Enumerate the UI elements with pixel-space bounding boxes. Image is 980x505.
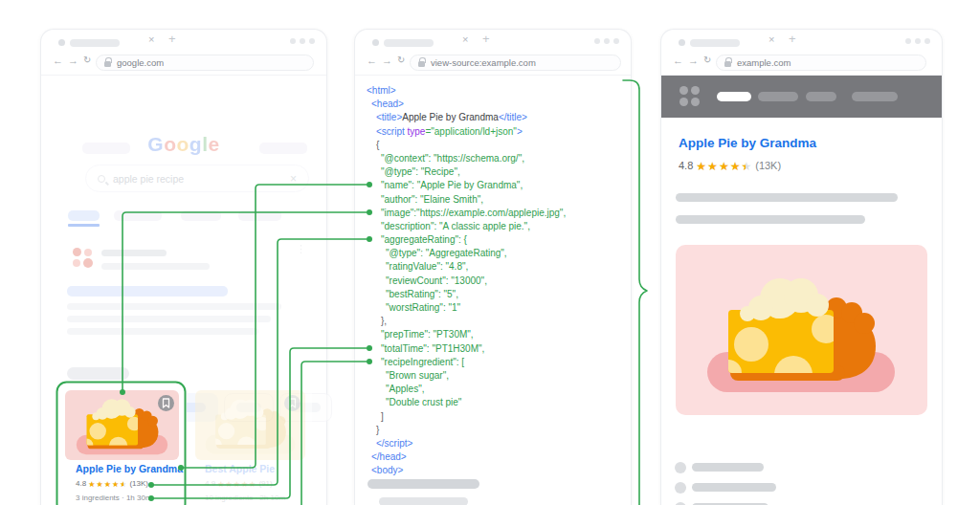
list-item-skeleton xyxy=(692,483,776,492)
section-label-skeleton xyxy=(67,367,129,380)
tab-favicon-dot xyxy=(372,39,379,46)
list-bullet xyxy=(675,462,686,473)
forward-icon[interactable]: → xyxy=(382,55,392,66)
url-text: google.com xyxy=(117,57,164,68)
google-browser-window: × + ← → ↻ google.com Google apple pie re… xyxy=(40,29,327,505)
tab-close-icon[interactable]: × xyxy=(148,33,154,46)
browser-menu-icon[interactable] xyxy=(905,38,930,44)
recipe-card-image xyxy=(65,390,179,460)
reload-icon[interactable]: ↻ xyxy=(397,55,405,65)
recipe-card-title[interactable]: Apple Pie by Grandma xyxy=(76,463,183,474)
new-tab-icon[interactable]: + xyxy=(168,32,176,46)
result-url-skeleton xyxy=(101,263,210,270)
lock-icon xyxy=(418,61,425,67)
result-title-skeleton[interactable] xyxy=(67,286,228,296)
tab-close-icon[interactable]: × xyxy=(462,33,468,46)
forward-icon[interactable]: → xyxy=(68,55,78,66)
result-more-icon[interactable]: ⋮ xyxy=(296,246,306,252)
site-browser-window: × + ← → ↻ example.com Apple Pie by Grand… xyxy=(660,29,943,505)
body-skeleton-bar xyxy=(379,497,468,505)
site-navbar xyxy=(661,76,942,118)
lock-icon xyxy=(104,61,111,67)
browser-toolbar: ← → ↻ example.com xyxy=(661,51,942,76)
reload-icon[interactable]: ↻ xyxy=(703,55,711,65)
tab-favicon-dot xyxy=(58,39,65,46)
apple-pie-illustration xyxy=(686,260,916,404)
page-rating: 4.8 ★★★★★★★★★★ (13K) xyxy=(679,160,781,173)
back-icon[interactable]: ← xyxy=(53,55,63,66)
site-nav-item[interactable] xyxy=(806,92,836,101)
tab-title-skeleton xyxy=(690,39,740,47)
clear-search-icon[interactable]: × xyxy=(290,172,297,186)
address-bar[interactable]: example.com xyxy=(716,55,926,71)
address-bar[interactable]: view-source:example.com xyxy=(410,55,621,71)
result-snippet-skeleton xyxy=(67,328,258,335)
result-favicon-dot xyxy=(73,248,81,256)
tab-favicon-dot xyxy=(679,39,685,46)
site-nav-item[interactable] xyxy=(852,92,898,101)
back-icon[interactable]: ← xyxy=(673,55,683,66)
tab-close-icon[interactable]: × xyxy=(768,33,774,46)
recipe-card-rating: 4.9 ★★★★★★★★★★ (91) xyxy=(205,479,273,489)
header-skeleton-right xyxy=(259,143,307,154)
list-item-skeleton xyxy=(692,463,764,472)
tab-title-skeleton xyxy=(70,39,120,47)
browser-toolbar: ← → ↻ view-source:example.com xyxy=(355,51,631,76)
site-nav-item[interactable] xyxy=(758,92,798,101)
source-code: <html><head><title>Apple Pie by Grandma<… xyxy=(367,84,627,477)
url-text: example.com xyxy=(737,57,791,68)
body-skeleton-bar xyxy=(368,479,479,489)
search-icon xyxy=(98,175,105,183)
address-bar[interactable]: google.com xyxy=(96,55,314,71)
result-favicon-dot xyxy=(83,258,93,268)
new-tab-icon[interactable]: + xyxy=(482,32,490,46)
illustration-canvas: × + ← → ↻ google.com Google apple pie re… xyxy=(0,0,980,505)
bookmark-icon[interactable] xyxy=(284,395,301,411)
result-favicon-dot xyxy=(73,259,80,267)
lock-icon xyxy=(724,61,731,67)
recipe-card-image xyxy=(195,390,305,460)
serp-tab-underline xyxy=(68,224,100,227)
url-text: view-source:example.com xyxy=(431,57,536,68)
list-bullet xyxy=(675,482,686,494)
recipe-card-meta: 10 ingredients · 2h 10m xyxy=(205,494,285,502)
result-source-skeleton xyxy=(101,250,167,256)
hero-image xyxy=(676,245,927,415)
result-favicon-dot xyxy=(84,249,92,256)
browser-menu-icon[interactable] xyxy=(594,38,619,44)
browser-toolbar: ← → ↻ google.com xyxy=(41,51,326,76)
serp-tab-4[interactable] xyxy=(238,210,281,221)
recipe-card-main[interactable]: Apple Pie by Grandma 4.8 ★★★★★★★★★★ (13K… xyxy=(57,383,187,505)
serp-tab-2[interactable] xyxy=(114,210,162,221)
serp-tab-all[interactable] xyxy=(68,210,100,221)
forward-icon[interactable]: → xyxy=(688,55,699,66)
browser-menu-icon[interactable] xyxy=(290,38,315,44)
recipe-card-secondary[interactable]: Best Apple Pie 4.9 ★★★★★★★★★★ (91) 10 in… xyxy=(195,383,312,505)
source-browser-window: × + ← → ↻ view-source:example.com <html>… xyxy=(354,29,632,505)
page-title: Apple Pie by Grandma xyxy=(679,136,816,150)
tab-title-skeleton xyxy=(384,39,434,47)
bookmark-icon[interactable] xyxy=(158,395,174,411)
new-tab-icon[interactable]: + xyxy=(789,32,796,46)
recipe-card-meta: 3 ingredients · 1h 30m xyxy=(76,494,152,502)
reload-icon[interactable]: ↻ xyxy=(83,55,91,65)
result-snippet-skeleton xyxy=(67,316,271,322)
search-input[interactable]: apple pie recipe × xyxy=(85,165,309,192)
site-logo xyxy=(679,86,700,106)
result-snippet-skeleton xyxy=(67,303,281,310)
site-nav-item-active[interactable] xyxy=(717,92,751,101)
recipe-card-title[interactable]: Best Apple Pie xyxy=(205,463,275,474)
search-query-text: apple pie recipe xyxy=(113,173,282,185)
text-skeleton-bar xyxy=(676,193,898,202)
recipe-card-rating: 4.8 ★★★★★★★★★★ (13K) xyxy=(76,479,148,489)
text-skeleton-bar xyxy=(676,215,865,224)
back-icon[interactable]: ← xyxy=(367,55,377,66)
serp-tab-3[interactable] xyxy=(181,210,221,221)
